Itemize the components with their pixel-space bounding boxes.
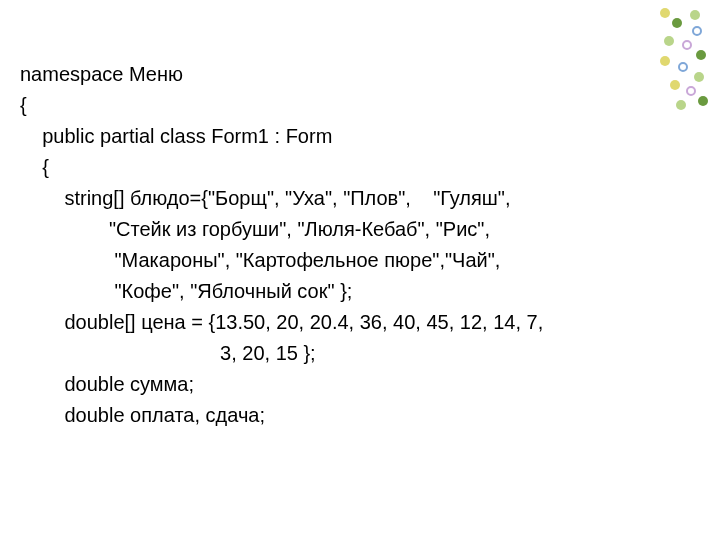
- code-line: namespace Меню: [20, 63, 183, 85]
- code-line: "Кофе", "Яблочный сок" };: [20, 280, 352, 302]
- code-line: double[] цена = {13.50, 20, 20.4, 36, 40…: [20, 311, 543, 333]
- code-line: "Стейк из горбуши", "Люля-Кебаб", "Рис",: [20, 218, 490, 240]
- code-line: {: [20, 94, 27, 116]
- code-line: public partial class Form1 : Form: [20, 125, 332, 147]
- code-line: double сумма;: [20, 373, 194, 395]
- code-block: namespace Меню { public partial class Fo…: [20, 28, 700, 462]
- code-line: {: [20, 156, 49, 178]
- code-line: "Макароны", "Картофельное пюре","Чай",: [20, 249, 500, 271]
- code-line: string[] блюдо={"Борщ", "Уха", "Плов", "…: [20, 187, 510, 209]
- code-line: 3, 20, 15 };: [20, 342, 316, 364]
- code-line: double оплата, сдача;: [20, 404, 265, 426]
- slide: namespace Меню { public partial class Fo…: [0, 0, 720, 540]
